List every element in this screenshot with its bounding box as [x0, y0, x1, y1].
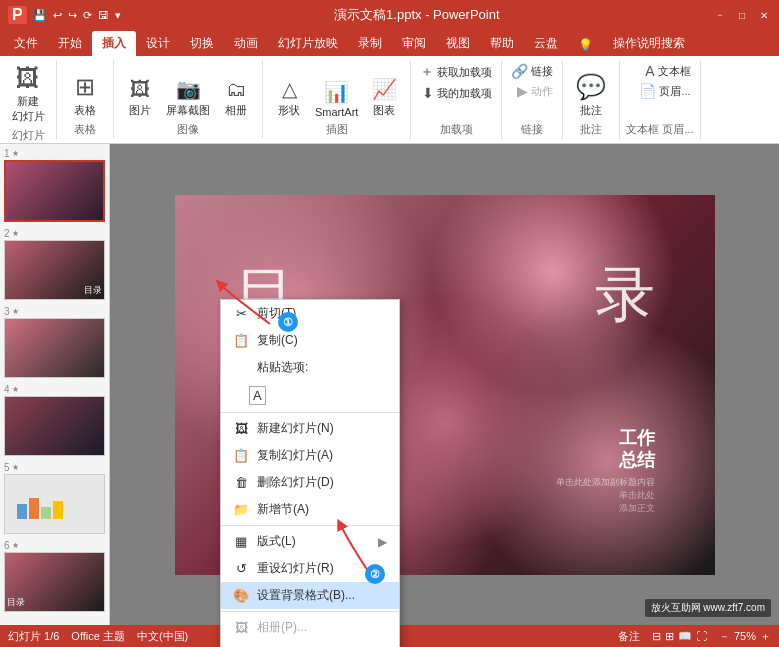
- tab-review[interactable]: 审阅: [392, 31, 436, 56]
- theme-name: Office 主题: [71, 629, 125, 644]
- slide-thumb-3[interactable]: 3★: [4, 306, 105, 378]
- tab-design[interactable]: 设计: [136, 31, 180, 56]
- album-label: 相册(P)...: [257, 619, 307, 636]
- slide-num-2: 2: [4, 228, 10, 239]
- new-slide-button[interactable]: 🖼 新建幻灯片: [6, 62, 50, 126]
- duplicate-icon: 📋: [233, 448, 249, 463]
- textbox-button[interactable]: A 文本框: [642, 62, 693, 80]
- context-new-slide[interactable]: 🖼 新建幻灯片(N): [221, 415, 399, 442]
- slide-img-3[interactable]: [4, 318, 105, 378]
- quick-redo[interactable]: ↪: [68, 9, 77, 22]
- tab-help[interactable]: 帮助: [480, 31, 524, 56]
- delete-label: 删除幻灯片(D): [257, 474, 334, 491]
- chart-button[interactable]: 📈 图表: [364, 75, 404, 120]
- slide-img-2[interactable]: 目录: [4, 240, 105, 300]
- tab-slideshow[interactable]: 幻灯片放映: [268, 31, 348, 56]
- tab-record[interactable]: 录制: [348, 31, 392, 56]
- slide-thumb-5[interactable]: 5★: [4, 462, 105, 534]
- new-slide-icon: 🖼: [233, 421, 249, 436]
- section-label: 新增节(A): [257, 501, 309, 518]
- table-icon: ⊞: [75, 73, 95, 101]
- ribbon-content: 🖼 新建幻灯片 幻灯片 ⊞ 表格 表格 🖼 图片 📷 屏幕截图: [0, 56, 779, 144]
- tab-transition[interactable]: 切换: [180, 31, 224, 56]
- tab-home[interactable]: 开始: [48, 31, 92, 56]
- tab-lightbulb[interactable]: 💡: [568, 34, 603, 56]
- screenshot-icon: 📷: [176, 77, 201, 101]
- tab-insert[interactable]: 插入: [92, 31, 136, 56]
- view-fullscreen[interactable]: ⛶: [696, 630, 707, 642]
- tab-cloud[interactable]: 云盘: [524, 31, 568, 56]
- action-button[interactable]: ▶ 动作: [514, 82, 556, 100]
- get-addins-button[interactable]: ＋ 获取加载项: [417, 62, 495, 82]
- slide-thumb-6[interactable]: 6★ 目录: [4, 540, 105, 612]
- quick-save[interactable]: 💾: [33, 9, 47, 22]
- group-links: 🔗 链接 ▶ 动作 链接: [502, 60, 563, 139]
- album-button[interactable]: 🗂 相册: [216, 76, 256, 120]
- context-album: 🖼 相册(P)...: [221, 614, 399, 641]
- bg-format-icon: 🎨: [233, 588, 249, 603]
- context-copy[interactable]: 📋 复制(C): [221, 327, 399, 354]
- sep-1: [221, 412, 399, 413]
- quick-more[interactable]: ▾: [115, 9, 121, 22]
- zoom-in[interactable]: ＋: [760, 629, 771, 644]
- view-normal[interactable]: ⊟: [652, 630, 661, 643]
- context-duplicate-slide[interactable]: 📋 复制幻灯片(A): [221, 442, 399, 469]
- slide-preview-1: [6, 162, 103, 220]
- group-comments: 💬 批注 批注: [563, 60, 620, 139]
- slide-img-6[interactable]: 目录: [4, 552, 105, 612]
- link-button[interactable]: 🔗 链接: [508, 62, 556, 80]
- tab-view[interactable]: 视图: [436, 31, 480, 56]
- watermark: 放火互助网 www.zft7.com: [645, 599, 771, 617]
- context-delete-slide[interactable]: 🗑 删除幻灯片(D): [221, 469, 399, 496]
- smartart-button[interactable]: 📊 SmartArt: [311, 78, 362, 120]
- minimize-button[interactable]: －: [713, 8, 727, 22]
- tab-animation[interactable]: 动画: [224, 31, 268, 56]
- slide-thumb-4[interactable]: 4★: [4, 384, 105, 456]
- slide-star-1: ★: [12, 149, 19, 158]
- picture-icon: 🖼: [130, 78, 150, 101]
- work-title-right: 工作总结: [556, 428, 655, 471]
- tab-file[interactable]: 文件: [4, 31, 48, 56]
- slide-num-5: 5: [4, 462, 10, 473]
- header-button[interactable]: 📄 页眉...: [636, 82, 693, 100]
- screenshot-button[interactable]: 📷 屏幕截图: [162, 75, 214, 120]
- slide-img-1[interactable]: [4, 160, 105, 222]
- restore-button[interactable]: □: [735, 8, 749, 22]
- context-paste-box[interactable]: A: [221, 381, 399, 410]
- slide-img-4[interactable]: [4, 396, 105, 456]
- sep-3: [221, 611, 399, 612]
- table-button[interactable]: ⊞ 表格: [63, 71, 107, 120]
- paste-icon: A: [249, 386, 266, 405]
- album-icon: 🗂: [226, 78, 246, 101]
- comment-button[interactable]: 💬 批注: [569, 71, 613, 120]
- group-slides: 🖼 新建幻灯片 幻灯片: [0, 60, 57, 139]
- get-addins-icon: ＋: [420, 63, 434, 81]
- context-hide-slide[interactable]: 👁 隐藏幻灯片(H): [221, 641, 399, 647]
- slide-num-6: 6: [4, 540, 10, 551]
- view-slide-sorter[interactable]: ⊞: [665, 630, 674, 643]
- context-layout[interactable]: ▦ 版式(L) ▶: [221, 528, 399, 555]
- slide-img-5[interactable]: [4, 474, 105, 534]
- slide-thumb-2[interactable]: 2★ 目录: [4, 228, 105, 300]
- quick-undo[interactable]: ↩: [53, 9, 62, 22]
- context-add-section[interactable]: 📁 新增节(A): [221, 496, 399, 523]
- copy-icon: 📋: [233, 333, 249, 348]
- quick-print[interactable]: 🖫: [98, 9, 109, 21]
- slide-panel: 1★ 2★ 目录 3★ 4★: [0, 144, 110, 625]
- context-bg-format[interactable]: 🎨 设置背景格式(B)...: [221, 582, 399, 609]
- my-addins-button[interactable]: ⬇ 我的加载项: [419, 84, 495, 102]
- tab-search[interactable]: 操作说明搜索: [603, 31, 695, 56]
- context-cut[interactable]: ✂ 剪切(T): [221, 300, 399, 327]
- zoom-out[interactable]: －: [719, 629, 730, 644]
- notes-button[interactable]: 备注: [618, 629, 640, 644]
- view-reading[interactable]: 📖: [678, 630, 692, 643]
- main-area: 1★ 2★ 目录 3★ 4★: [0, 144, 779, 625]
- slide-thumb-1[interactable]: 1★: [4, 148, 105, 222]
- picture-button[interactable]: 🖼 图片: [120, 76, 160, 120]
- quick-reload[interactable]: ⟳: [83, 9, 92, 22]
- textbox-icon: A: [645, 63, 654, 79]
- shapes-button[interactable]: △ 形状: [269, 75, 309, 120]
- group-links-label: 链接: [508, 122, 556, 137]
- slide-star-4: ★: [12, 385, 19, 394]
- close-button[interactable]: ✕: [757, 8, 771, 22]
